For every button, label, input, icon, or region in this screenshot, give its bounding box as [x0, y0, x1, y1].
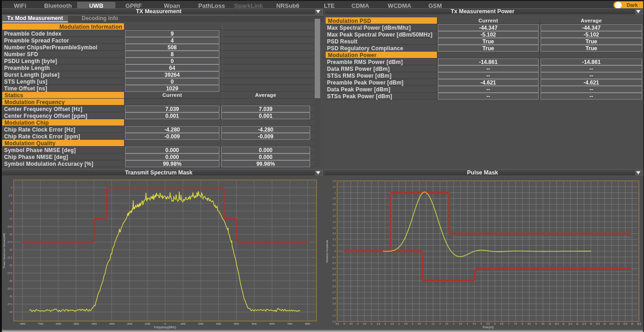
svg-text:0.7: 0.7 [332, 209, 336, 211]
svg-text:0.2: 0.2 [332, 238, 336, 241]
svg-text:-4.5: -4.5 [349, 323, 353, 325]
svg-text:-7.5: -7.5 [8, 210, 12, 212]
svg-text:0: 0 [334, 250, 336, 253]
svg-text:4: 4 [467, 323, 468, 325]
svg-text:-3.5: -3.5 [363, 323, 366, 325]
svg-text:-5000: -5000 [73, 322, 79, 325]
svg-text:-2.5: -2.5 [8, 194, 12, 197]
svg-text:13.5: 13.5 [596, 323, 600, 325]
svg-text:1000: 1000 [181, 322, 186, 325]
svg-text:0: 0 [165, 322, 166, 325]
svg-text:11: 11 [562, 323, 565, 325]
svg-text:0.3: 0.3 [332, 232, 336, 235]
svg-text:-32.5: -32.5 [7, 287, 12, 290]
svg-text:14.5: 14.5 [609, 323, 613, 325]
svg-text:16.5: 16.5 [637, 323, 641, 325]
svg-text:2000: 2000 [198, 322, 203, 325]
svg-text:2.5: 2.5 [446, 323, 449, 325]
svg-text:-2: -2 [384, 323, 386, 325]
svg-text:-0.3: -0.3 [332, 268, 336, 270]
svg-text:8000: 8000 [305, 322, 310, 325]
svg-text:-3000: -3000 [109, 322, 114, 325]
svg-text:5: 5 [481, 323, 482, 325]
svg-text:7000: 7000 [287, 322, 292, 325]
svg-text:-12.5: -12.5 [7, 225, 12, 228]
svg-text:-25: -25 [9, 264, 13, 267]
svg-text:-40: -40 [9, 311, 13, 313]
svg-text:-1.5: -1.5 [390, 323, 394, 325]
svg-text:-2.5: -2.5 [376, 323, 380, 325]
svg-text:-27.5: -27.5 [7, 272, 12, 274]
svg-text:0.6: 0.6 [332, 215, 336, 217]
svg-text:-2000: -2000 [127, 322, 133, 325]
svg-text:16: 16 [631, 323, 634, 325]
svg-text:-7000: -7000 [37, 322, 43, 325]
svg-text:-1: -1 [334, 309, 336, 311]
svg-text:Frequency(MHz): Frequency(MHz) [154, 326, 176, 329]
svg-text:13: 13 [590, 323, 592, 325]
svg-text:-22.5: -22.5 [7, 256, 12, 259]
svg-text:0.5: 0.5 [418, 323, 421, 325]
svg-text:-1.1: -1.1 [332, 315, 336, 317]
svg-text:-0.5: -0.5 [404, 323, 408, 325]
svg-text:-0.2: -0.2 [332, 262, 336, 264]
svg-text:4.5: 4.5 [473, 323, 476, 325]
svg-text:15: 15 [617, 323, 620, 325]
svg-text:3000: 3000 [216, 322, 221, 325]
svg-text:1.5: 1.5 [431, 323, 435, 325]
svg-text:9.5: 9.5 [541, 323, 545, 325]
svg-text:-5.5: -5.5 [335, 323, 339, 325]
svg-text:0.4: 0.4 [332, 227, 336, 229]
svg-text:-5: -5 [10, 202, 12, 205]
svg-text:-1000: -1000 [145, 322, 151, 325]
svg-text:0: 0 [412, 323, 413, 325]
svg-text:-10: -10 [9, 217, 13, 220]
svg-text:-0.6: -0.6 [332, 285, 336, 288]
svg-text:2: 2 [439, 323, 441, 325]
svg-text:-3: -3 [370, 323, 373, 325]
svg-text:7: 7 [508, 323, 509, 325]
svg-text:1.2: 1.2 [332, 180, 336, 182]
svg-text:10.5: 10.5 [555, 323, 559, 325]
svg-text:-4: -4 [357, 323, 359, 325]
svg-text:6: 6 [494, 323, 496, 325]
svg-text:14: 14 [603, 323, 606, 325]
svg-text:1: 1 [334, 192, 336, 194]
svg-text:3.5: 3.5 [459, 323, 462, 325]
svg-text:0.5: 0.5 [332, 221, 336, 223]
svg-text:-30: -30 [9, 279, 13, 282]
svg-text:-0.9: -0.9 [332, 303, 336, 305]
svg-text:Relative Amplitude: Relative Amplitude [326, 239, 328, 262]
svg-text:-0.7: -0.7 [332, 291, 336, 294]
svg-text:-0.8: -0.8 [332, 297, 336, 300]
svg-text:8.5: 8.5 [528, 323, 531, 325]
svg-text:1: 1 [426, 323, 427, 325]
svg-text:-5: -5 [343, 323, 345, 325]
svg-text:12: 12 [576, 323, 579, 325]
svg-text:-6000: -6000 [55, 322, 61, 325]
svg-text:-37.5: -37.5 [7, 303, 12, 306]
svg-text:Time(ns): Time(ns) [482, 326, 493, 329]
svg-text:-4000: -4000 [91, 322, 97, 325]
svg-text:10: 10 [549, 323, 551, 325]
svg-text:-35: -35 [9, 295, 13, 298]
svg-text:-1: -1 [398, 323, 400, 325]
svg-text:6000: 6000 [270, 322, 275, 325]
svg-text:-0.1: -0.1 [332, 256, 336, 258]
svg-text:8: 8 [522, 323, 523, 325]
svg-text:0.1: 0.1 [332, 244, 336, 247]
svg-text:5000: 5000 [252, 322, 257, 325]
svg-text:5.5: 5.5 [487, 323, 490, 325]
svg-text:9: 9 [535, 323, 537, 325]
svg-text:0.9: 0.9 [332, 197, 336, 200]
svg-text:-15: -15 [9, 233, 13, 236]
svg-text:-20: -20 [9, 248, 13, 251]
svg-text:1.1: 1.1 [332, 186, 336, 188]
svg-text:12.5: 12.5 [582, 323, 586, 325]
svg-text:3: 3 [453, 323, 455, 325]
svg-text:-0.5: -0.5 [332, 279, 336, 282]
svg-text:Power Spectrum Density[dB]: Power Spectrum Density[dB] [3, 233, 5, 268]
svg-text:4000: 4000 [234, 322, 239, 325]
svg-text:7.5: 7.5 [514, 323, 517, 325]
svg-text:11.5: 11.5 [568, 323, 572, 325]
